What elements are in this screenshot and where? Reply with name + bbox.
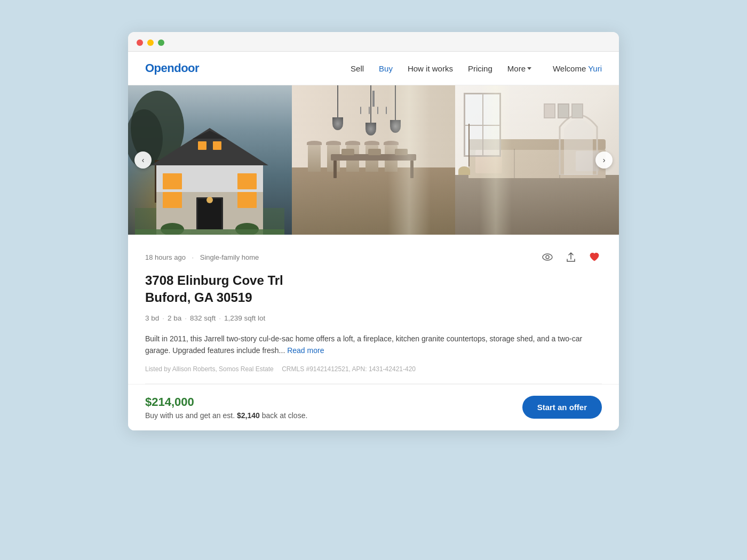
time-ago: 18 hours ago [145,253,186,261]
window-divider-v [482,94,483,155]
cushion-seam-1 [514,149,515,178]
art-frame-2 [558,103,569,118]
carousel-prev-button[interactable]: ‹ [134,151,152,169]
lamp-pole [468,124,470,166]
share-icon-button[interactable] [563,250,578,265]
eye-icon [542,253,553,261]
nav-sell[interactable]: Sell [351,64,364,73]
svg-rect-27 [368,149,381,155]
wall-art [544,103,583,118]
stool-1 [308,145,321,172]
beds-spec: 3 bd [145,314,159,322]
svg-marker-7 [193,131,227,139]
maximize-dot[interactable] [158,39,164,46]
svg-point-13 [206,197,213,203]
favorite-icon-button[interactable] [587,250,602,265]
heart-icon [589,252,600,262]
start-offer-button[interactable]: Start an offer [522,396,602,419]
floor-lamp [464,124,474,175]
browser-chrome [128,32,619,52]
browser-window: Opendoor Sell Buy How it works Pricing M… [128,32,619,430]
svg-rect-24 [333,161,337,178]
property-type: Single-family home [200,253,259,261]
svg-rect-17 [237,192,257,208]
living-floor [455,175,619,235]
nav-welcome: Welcome Yuri [553,64,602,73]
price-section: $214,000 Buy with us and get an est. $2,… [145,395,307,420]
house-illustration [135,123,284,235]
svg-rect-9 [213,141,221,150]
cashback-text: Buy with us and get an est. [145,411,235,420]
dining-table [325,146,422,178]
chevron-down-icon [527,67,531,70]
property-address: 3708 Elinburg Cove Trl Buford, GA 30519 [145,272,602,307]
svg-rect-25 [410,161,414,178]
pendant-light-3 [390,85,401,133]
address-line1: 3708 Elinburg Cove Trl [145,273,283,287]
svg-point-30 [546,255,549,259]
sqft-spec: 832 sqft [190,314,216,322]
mls-info: CRMLS #91421412521, APN: 1431-42421-420 [282,365,416,373]
carousel-next-button[interactable]: › [595,151,613,169]
art-frame-1 [544,103,555,118]
chandelier [360,91,387,114]
nav-pricing[interactable]: Pricing [468,64,492,73]
lamp-shade [458,166,470,175]
eye-icon-button[interactable] [540,250,555,265]
price-bar: $214,000 Buy with us and get an est. $2,… [128,384,619,430]
pendant-light-1 [332,85,343,130]
svg-rect-28 [395,149,408,155]
spec-sep-2: · [185,314,187,322]
address-line2: Buford, GA 30519 [145,290,252,305]
brand-logo[interactable]: Opendoor [145,61,199,75]
svg-rect-12 [198,199,221,233]
property-specs: 3 bd · 2 ba · 832 sqft · 1,239 sqft lot [145,314,602,322]
meta-separator: · [192,253,194,261]
carousel-image-exterior [128,85,292,235]
cashback-info: Buy with us and get an est. $2,140 back … [145,411,307,420]
welcome-username[interactable]: Yuri [588,64,602,73]
navbar: Opendoor Sell Buy How it works Pricing M… [128,52,619,85]
property-details: 18 hours ago · Single-family home [128,235,619,383]
svg-point-29 [543,254,552,260]
spec-sep-1: · [162,314,164,322]
minimize-dot[interactable] [147,39,154,46]
property-meta: 18 hours ago · Single-family home [145,250,602,265]
nav-buy[interactable]: Buy [379,64,393,73]
svg-rect-15 [163,192,182,208]
share-icon [566,252,576,262]
description-text: Built in 2011, this Jarrell two-story cu… [145,334,582,355]
carousel-image-kitchen [292,85,456,235]
read-more-link[interactable]: Read more [287,346,324,355]
svg-rect-26 [341,149,354,155]
property-price: $214,000 [145,395,307,409]
carousel-image-living [455,85,619,235]
spec-sep-3: · [219,314,221,322]
nav-more-label: More [507,64,526,73]
svg-rect-14 [163,173,182,189]
property-actions [540,250,602,265]
nav-links: Sell Buy How it works Pricing More [351,64,531,73]
property-meta-left: 18 hours ago · Single-family home [145,253,259,261]
property-listing-info: Listed by Allison Roberts, Somos Real Es… [145,365,602,373]
cashback-amount: $2,140 [237,411,260,420]
welcome-prefix: Welcome [553,64,586,73]
svg-rect-16 [237,173,257,189]
listing-agent: Listed by Allison Roberts, Somos Real Es… [145,365,274,373]
property-description: Built in 2011, this Jarrell two-story cu… [145,333,602,357]
svg-rect-22 [135,229,284,235]
baths-spec: 2 ba [168,314,181,322]
close-dot[interactable] [137,39,143,46]
art-frame-3 [571,103,583,118]
svg-rect-8 [198,141,206,150]
cashback-suffix: back at close. [262,411,308,420]
lot-spec: 1,239 sqft lot [224,314,265,322]
nav-more-dropdown[interactable]: More [507,64,531,73]
nav-how-it-works[interactable]: How it works [408,64,453,73]
property-carousel: ‹ › [128,85,619,235]
